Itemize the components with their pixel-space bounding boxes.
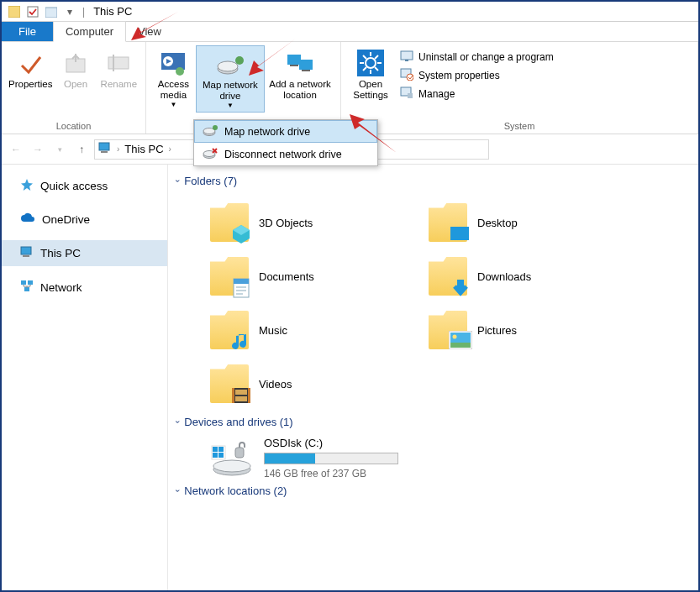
system-properties-button[interactable]: System properties [400, 67, 554, 83]
uninstall-label: Uninstall or change a program [418, 51, 554, 63]
svg-rect-40 [23, 255, 29, 257]
add-network-location-button[interactable]: Add a network location [265, 45, 335, 102]
dd-disconnect-label: Disconnect network drive [224, 149, 342, 160]
svg-rect-53 [450, 343, 471, 348]
section-netloc-label: Network locations (2) [184, 485, 287, 497]
folder-icon [429, 203, 467, 242]
rename-button: Rename [97, 45, 140, 92]
nav-up-button[interactable]: ↑ [72, 140, 91, 159]
qat-new-folder-icon[interactable] [44, 4, 59, 19]
properties-icon [16, 49, 45, 77]
map-network-drive-icon [216, 50, 245, 78]
access-media-button[interactable]: Access media ▼ [151, 45, 196, 111]
qat-properties-icon[interactable] [25, 4, 40, 19]
folder-3d-objects[interactable]: 3D Objects [210, 196, 429, 249]
svg-rect-58 [235, 390, 247, 395]
qat-customize-icon[interactable]: ▾ [62, 4, 77, 19]
open-settings-label: Open Settings [348, 79, 393, 101]
svg-rect-31 [408, 93, 413, 98]
dd-map-drive-label: Map network drive [224, 126, 310, 138]
nav-back-button[interactable]: ← [7, 140, 25, 159]
svg-rect-5 [113, 55, 114, 71]
svg-rect-1 [28, 7, 38, 17]
folder-pictures-label: Pictures [477, 324, 517, 337]
drive-usage-fill [265, 453, 315, 464]
manage-label: Manage [418, 88, 455, 100]
tab-file[interactable]: File [2, 22, 53, 41]
sidebar-item-onedrive[interactable]: OneDrive [2, 207, 167, 232]
svg-rect-64 [218, 447, 224, 452]
group-location: Properties Open Rename Location [2, 42, 146, 134]
svg-rect-63 [213, 447, 218, 452]
tab-view[interactable]: View [126, 22, 173, 41]
tab-computer[interactable]: Computer [53, 21, 126, 42]
folder-downloads[interactable]: Downloads [429, 249, 647, 303]
title-bar: ▾ | This PC [2, 2, 698, 22]
uninstall-icon [400, 49, 413, 65]
sidebar-item-this-pc[interactable]: This PC [2, 240, 167, 266]
folder-documents-label: Documents [259, 270, 314, 283]
map-network-drive-label: Map network drive [198, 80, 262, 102]
svg-point-61 [213, 460, 250, 472]
svg-rect-15 [302, 70, 310, 71]
nav-forward-button[interactable]: → [29, 140, 47, 159]
sidebar-item-network[interactable]: Network [2, 275, 167, 301]
properties-button[interactable]: Properties [7, 45, 54, 92]
rename-label: Rename [101, 79, 137, 90]
title-separator: | [82, 6, 85, 18]
svg-point-8 [176, 67, 184, 76]
folder-desktop[interactable]: Desktop [429, 196, 647, 249]
star-icon [20, 178, 34, 194]
folder-documents[interactable]: Documents [210, 249, 429, 303]
dd-disconnect-icon [203, 147, 218, 161]
section-netloc-header[interactable]: › Network locations (2) [176, 479, 690, 506]
group-system: Open Settings Uninstall or change a prog… [341, 42, 698, 134]
svg-rect-13 [299, 60, 313, 70]
section-devices-label: Devices and drives (1) [184, 416, 292, 428]
folder-pictures[interactable]: Pictures [429, 303, 647, 357]
section-devices-header[interactable]: › Devices and drives (1) [176, 411, 690, 437]
folder-music-label: Music [259, 324, 287, 337]
svg-point-34 [213, 125, 218, 130]
svg-rect-27 [405, 60, 408, 61]
svg-rect-38 [101, 151, 108, 153]
drive-name: OSDIsk (C:) [264, 437, 398, 449]
access-media-label: Access media [153, 79, 194, 101]
dd-map-drive-icon [203, 124, 218, 139]
nav-sidebar: Quick access OneDrive This PC Network [2, 165, 168, 590]
svg-rect-37 [99, 143, 109, 150]
section-folders-header[interactable]: › Folders (7) [176, 170, 690, 196]
folder-music[interactable]: Music [210, 303, 429, 357]
sidebar-network-label: Network [40, 281, 82, 294]
dropdown-disconnect-drive[interactable]: Disconnect network drive [194, 143, 377, 165]
dropdown-map-network-drive[interactable]: Map network drive [194, 120, 377, 143]
svg-rect-56 [232, 388, 234, 403]
drive-c[interactable]: OSDIsk (C:) 146 GB free of 237 GB [176, 437, 690, 479]
manage-button[interactable]: Manage [400, 86, 554, 102]
svg-point-11 [235, 56, 244, 65]
folder-icon [429, 311, 467, 349]
svg-rect-0 [8, 6, 20, 18]
folder-icon [210, 257, 249, 296]
folder-videos-label: Videos [259, 378, 292, 390]
chevron-down-icon: › [173, 421, 182, 423]
nav-recent-button[interactable]: ▾ [50, 140, 69, 159]
folder-icon [210, 311, 249, 349]
svg-rect-26 [401, 51, 413, 60]
manage-icon [400, 86, 413, 102]
settings-icon [356, 49, 385, 77]
system-menu-icon[interactable] [7, 4, 22, 19]
folder-videos[interactable]: Videos [210, 357, 429, 411]
uninstall-program-button[interactable]: Uninstall or change a program [400, 49, 554, 65]
svg-rect-12 [287, 55, 301, 65]
content-area: Quick access OneDrive This PC Network › … [2, 165, 698, 590]
open-settings-button[interactable]: Open Settings [346, 45, 395, 102]
drive-icon [210, 441, 254, 476]
open-icon [61, 49, 90, 77]
system-properties-icon [400, 67, 413, 83]
drive-usage-bar [264, 453, 398, 464]
rename-icon [104, 49, 133, 77]
map-network-drive-button[interactable]: Map network drive ▼ [196, 45, 265, 113]
sidebar-item-quick-access[interactable]: Quick access [2, 173, 167, 199]
breadcrumb-this-pc[interactable]: This PC [124, 143, 163, 155]
